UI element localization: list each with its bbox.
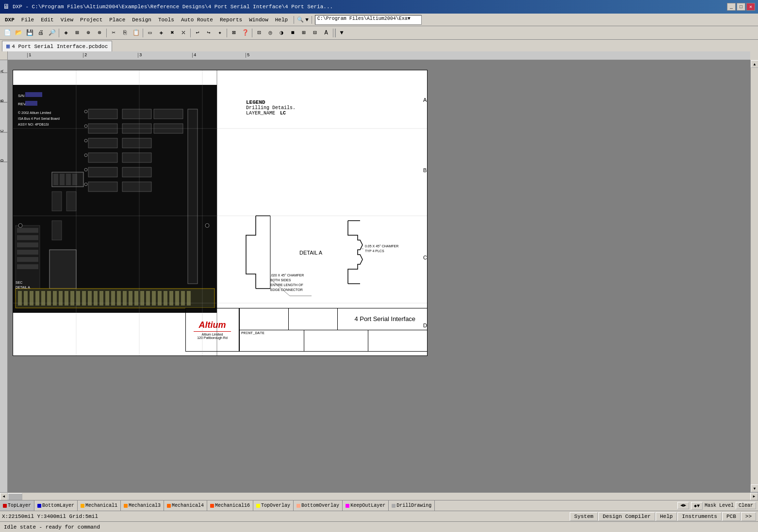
- tb-open[interactable]: 📂: [13, 28, 24, 38]
- scroll-right-button[interactable]: ►: [750, 493, 758, 500]
- scroll-track-v[interactable]: [751, 68, 758, 484]
- tb-prop3[interactable]: ◑: [276, 28, 287, 38]
- menu-design[interactable]: Design: [129, 16, 154, 24]
- legend-line2-val: LC: [280, 111, 286, 116]
- menu-view[interactable]: View: [58, 16, 76, 24]
- layer-bottomoverlay[interactable]: BottomOverlay: [294, 500, 343, 511]
- tab-icon: ▦: [6, 43, 10, 50]
- design-compiler-panel-button[interactable]: Design Compiler: [598, 512, 655, 521]
- svg-rect-67: [158, 291, 162, 306]
- legend-title: LEGEND: [246, 99, 296, 105]
- tb-undo[interactable]: ↩: [192, 28, 203, 38]
- svg-rect-18: [88, 182, 117, 192]
- tb-copy[interactable]: ⎘: [119, 28, 130, 38]
- instruments-panel-button[interactable]: Instruments: [677, 512, 722, 521]
- svg-rect-46: [35, 291, 39, 306]
- tb-prop2[interactable]: ◎: [265, 28, 276, 38]
- svg-rect-37: [72, 174, 77, 185]
- tb-zoom-full[interactable]: ⊠: [229, 28, 239, 38]
- layer-drilldrawing[interactable]: DrillDrawing: [389, 500, 435, 511]
- tb-prop5[interactable]: ⊞: [298, 28, 309, 38]
- svg-text:EDGE CONNECTOR: EDGE CONNECTOR: [270, 288, 303, 291]
- tb-paste[interactable]: 📋: [131, 28, 141, 38]
- tb-cross[interactable]: ✖: [167, 28, 178, 38]
- layer-bottomlayer[interactable]: BottomLayer: [34, 500, 78, 511]
- tb-new[interactable]: 📄: [2, 28, 13, 38]
- tb-prop6[interactable]: ⊟: [310, 28, 320, 38]
- message-text: Idle state - ready for command: [4, 524, 100, 530]
- tb-cell-3: PRINT_DATE: [240, 330, 304, 352]
- tb-preview[interactable]: 🔎: [47, 28, 57, 38]
- svg-rect-11: [122, 124, 151, 133]
- menu-project[interactable]: Project: [77, 16, 105, 24]
- tb-btn6[interactable]: ◈: [61, 28, 71, 38]
- tb-save[interactable]: 💾: [24, 28, 35, 38]
- tb-prop4[interactable]: ■: [287, 28, 298, 38]
- scroll-track-h[interactable]: [8, 493, 750, 500]
- svg-text:ENTIRE LENGTH OF: ENTIRE LENGTH OF: [270, 283, 303, 287]
- help-panel-button[interactable]: Help: [656, 512, 677, 521]
- layer-mechanical4[interactable]: Mechanical4: [164, 500, 207, 511]
- svg-rect-2: [17, 228, 38, 233]
- tb-plus[interactable]: ✚: [156, 28, 166, 38]
- mask-nav-prev[interactable]: ◄►: [677, 502, 689, 509]
- toolbar: 📄 📂 💾 🖨 🔎 ◈ ⊞ ⊕ ⊗ ✂ ⎘ 📋 ▭ ✚ ✖ ⤫ ↩ ↪ ✦ ⊠ …: [0, 26, 758, 40]
- pcb-panel-button[interactable]: PCB: [722, 512, 741, 521]
- svg-rect-35: [60, 174, 65, 185]
- tb-x2[interactable]: ⤫: [178, 28, 189, 38]
- toolbar-icon1: 🔍: [297, 16, 304, 23]
- layer-color-mech1: [81, 504, 84, 508]
- scroll-down-button[interactable]: ▼: [751, 484, 758, 492]
- detail-a: DETAIL A .020 X 45° CHAMFER BOTH: [241, 206, 426, 303]
- menu-file[interactable]: File: [18, 16, 37, 24]
- tb-rect[interactable]: ▭: [145, 28, 155, 38]
- system-panel-button[interactable]: System: [570, 512, 598, 521]
- scroll-up-button[interactable]: ▲: [751, 60, 758, 68]
- tb-cut[interactable]: ✂: [108, 28, 119, 38]
- tb-btn8[interactable]: ⊕: [83, 28, 94, 38]
- layer-mechanical16[interactable]: Mechanical16: [207, 500, 253, 511]
- tb-redo[interactable]: ↪: [203, 28, 214, 38]
- menu-autoroute[interactable]: Auto Route: [178, 16, 216, 24]
- clear-button[interactable]: Clear: [736, 502, 756, 509]
- svg-rect-57: [99, 291, 103, 306]
- tb-arrow[interactable]: ▼: [336, 28, 347, 38]
- expand-panels-button[interactable]: >>: [741, 512, 756, 521]
- close-button[interactable]: ✕: [746, 3, 755, 11]
- tb-btn7[interactable]: ⊞: [72, 28, 82, 38]
- maximize-button[interactable]: □: [737, 3, 745, 11]
- scroll-left-button[interactable]: ◄: [0, 493, 8, 500]
- tb-wand[interactable]: ✦: [214, 28, 225, 38]
- layer-keepout[interactable]: KeepOutLayer: [343, 500, 389, 511]
- layer-topoverlay[interactable]: TopOverlay: [253, 500, 294, 511]
- layer-color-keepout: [346, 504, 349, 508]
- title-block-logo: Altium Altium Limited120 Pattborough Rd: [186, 308, 239, 351]
- mask-nav-diamond[interactable]: ◆▼: [691, 502, 703, 510]
- svg-text:TYP 4 PLCS: TYP 4 PLCS: [365, 249, 384, 253]
- horizontal-ruler: 1 2 3 4 5: [8, 51, 750, 60]
- layer-mechanical1[interactable]: Mechanical1: [78, 500, 121, 511]
- menu-place[interactable]: Place: [106, 16, 128, 24]
- menu-window[interactable]: Window: [246, 16, 271, 24]
- tb-prop1[interactable]: ⊡: [254, 28, 264, 38]
- menu-dxp[interactable]: DXP: [2, 16, 17, 24]
- status-bar: X:22150mil Y:3400mil Grid:5mil System De…: [0, 511, 758, 521]
- layer-mechanical3[interactable]: Mechanical3: [121, 500, 164, 511]
- layer-toplayer[interactable]: TopLayer: [0, 500, 34, 511]
- menu-tools[interactable]: Tools: [155, 16, 177, 24]
- layer-color-topoverlay: [256, 504, 260, 508]
- menu-edit[interactable]: Edit: [38, 16, 56, 24]
- tb-help[interactable]: ❓: [240, 28, 250, 38]
- menu-reports[interactable]: Reports: [217, 16, 245, 24]
- minimize-button[interactable]: _: [727, 3, 736, 11]
- svg-point-40: [205, 224, 209, 227]
- menu-help[interactable]: Help: [272, 16, 291, 24]
- pcb-tab[interactable]: ▦ 4 Port Serial Interface.pcbdoc: [2, 41, 112, 51]
- svg-rect-45: [30, 291, 33, 306]
- detail-a-svg: DETAIL A .020 X 45° CHAMFER BOTH: [241, 206, 426, 303]
- tb-print[interactable]: 🖨: [35, 28, 46, 38]
- tb-prop7[interactable]: A: [321, 28, 331, 38]
- tb-btn9[interactable]: ⊗: [94, 28, 105, 38]
- scroll-thumb-h[interactable]: [8, 493, 22, 500]
- path-box[interactable]: C:\Program Files\Altium2004\Exa▼: [315, 15, 422, 25]
